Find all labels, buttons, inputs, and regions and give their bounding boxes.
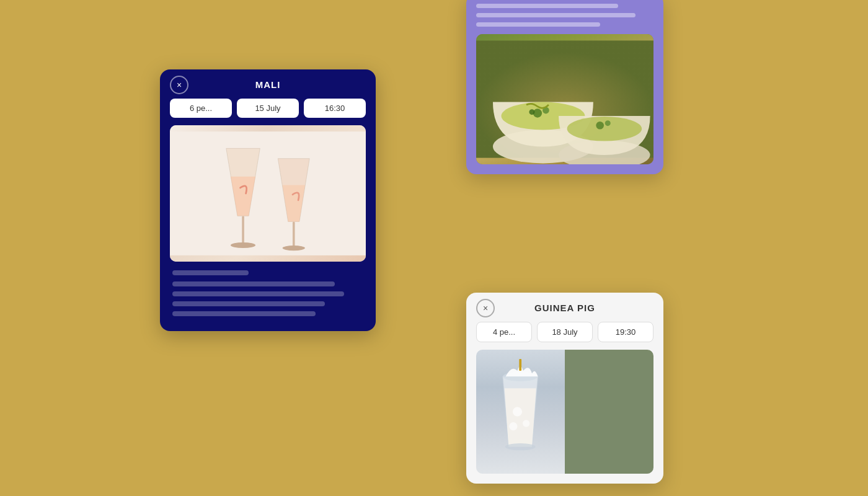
mali-text-line-2 — [172, 281, 335, 286]
soup-card-text — [476, 4, 653, 27]
mali-text-line-3 — [172, 291, 344, 296]
guinea-card-image — [476, 350, 653, 474]
mali-people-tag[interactable]: 6 pe... — [170, 99, 232, 118]
svg-rect-0 — [170, 131, 366, 255]
mali-card-header: × MALI — [170, 79, 366, 90]
mali-card-title: MALI — [255, 79, 281, 90]
mali-card-description — [170, 270, 366, 316]
svg-point-13 — [567, 117, 642, 141]
soup-bowl-illustration — [476, 34, 653, 164]
svg-point-11 — [529, 109, 534, 115]
soup-text-line-1 — [476, 4, 618, 8]
guinea-date-tag[interactable]: 18 July — [537, 322, 593, 342]
guinea-green-panel — [565, 350, 653, 474]
guinea-card-header: × GUINEA PIG — [476, 303, 653, 313]
guinea-card-title: GUINEA PIG — [534, 303, 595, 313]
svg-rect-20 — [520, 359, 522, 371]
guinea-milkshake-image — [476, 350, 565, 474]
mali-card: × MALI 6 pe... 15 July 16:30 — [160, 69, 376, 331]
svg-point-14 — [596, 122, 604, 130]
guinea-close-button[interactable]: × — [476, 299, 495, 317]
soup-text-line-2 — [476, 13, 636, 17]
milkshake-svg — [485, 359, 556, 464]
guinea-tags: 4 pe... 18 July 19:30 — [476, 322, 653, 342]
mali-text-line-1 — [172, 270, 249, 275]
cocktail-illustration — [170, 125, 366, 262]
svg-point-16 — [513, 407, 522, 416]
mali-date-tag[interactable]: 15 July — [237, 99, 299, 118]
mali-time-tag[interactable]: 16:30 — [304, 99, 366, 118]
soup-card — [466, 0, 663, 174]
svg-rect-1 — [242, 216, 244, 244]
svg-point-18 — [510, 422, 518, 430]
svg-point-17 — [523, 420, 529, 427]
svg-point-15 — [605, 120, 611, 126]
guinea-time-tag[interactable]: 19:30 — [598, 322, 653, 342]
soup-text-line-3 — [476, 22, 600, 27]
mali-text-line-4 — [172, 301, 325, 306]
guinea-people-tag[interactable]: 4 pe... — [476, 322, 532, 342]
soup-card-image — [476, 34, 653, 164]
mali-text-line-5 — [172, 311, 316, 316]
guinea-pig-card: × GUINEA PIG 4 pe... 18 July 19:30 — [466, 293, 663, 484]
svg-point-21 — [505, 443, 536, 450]
mali-card-image — [170, 125, 366, 262]
mali-close-button[interactable]: × — [170, 76, 188, 94]
mali-cocktail-image — [170, 125, 366, 262]
soup-svg — [476, 34, 653, 164]
svg-point-2 — [231, 242, 255, 248]
svg-rect-3 — [293, 221, 295, 247]
svg-point-4 — [283, 246, 305, 250]
mali-tags: 6 pe... 15 July 16:30 — [170, 99, 366, 118]
